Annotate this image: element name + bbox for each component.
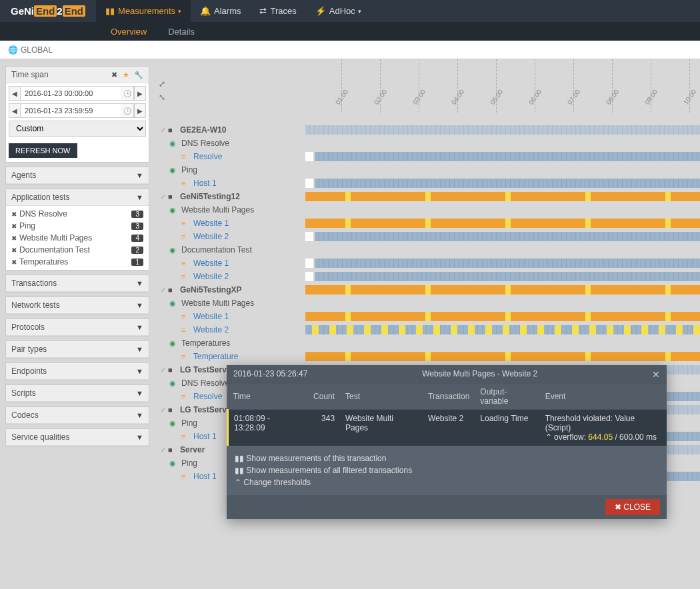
task-label[interactable]: DNS Resolve [179,139,229,148]
filter-pair-types[interactable]: Pair types [11,344,47,354]
leaf-label[interactable]: Temperature [191,352,238,361]
filter-item-label[interactable]: Temperatures [19,257,131,267]
expand-icon[interactable]: ⤢ [159,193,168,200]
leaf-label[interactable]: Resolve [191,392,222,401]
timeline-bar[interactable] [305,312,700,321]
timeline-bar[interactable] [305,259,700,268]
timespan-preset[interactable]: Custom [9,121,146,137]
filter-icon[interactable]: ▼ [136,301,143,309]
expand-icon[interactable]: ⤢ [159,287,168,293]
filter-icon[interactable]: ▼ [136,323,143,331]
filter-icon[interactable]: ▼ [136,345,143,353]
filter-icon[interactable]: ▼ [136,279,143,287]
timeline-bar[interactable] [305,192,700,201]
task-label[interactable]: Ping [179,418,197,428]
remove-filter-icon[interactable]: ✖ [11,247,19,254]
leaf-label[interactable]: Resolve [191,152,222,161]
filter-transactions[interactable]: Transactions [11,279,57,288]
leaf-label[interactable]: Website 1 [191,312,229,321]
pin-icon[interactable]: ✖ [111,71,117,79]
task-label[interactable]: Website Multi Pages [179,205,254,215]
nav-measurements[interactable]: ▮▮Measurements▾ [96,0,191,22]
filter-icon[interactable]: ▼ [136,193,143,201]
remove-filter-icon[interactable]: ✖ [11,211,19,218]
leaf-label[interactable]: Website 1 [191,219,229,228]
link-show-all-filtered[interactable]: ▮▮ Show measurements of all filtered tra… [235,464,659,476]
filter-item-label[interactable]: Website Multi Pages [19,233,131,243]
task-label[interactable]: Temperatures [179,338,230,348]
date-to-input[interactable] [21,103,121,118]
remove-filter-icon[interactable]: ✖ [11,223,19,230]
clock-icon[interactable]: 🕒 [121,103,134,118]
expand-icon[interactable]: ⤢ [159,366,168,373]
task-label[interactable]: Ping [179,458,197,468]
filter-icon[interactable]: ▼ [136,411,143,419]
tab-details[interactable]: Details [157,22,205,41]
timeline-bar[interactable] [305,325,700,334]
leaf-label[interactable]: Host 1 [191,179,217,188]
timeline-bar[interactable] [305,272,700,281]
leaf-label[interactable]: Website 2 [191,325,229,334]
date-from-next[interactable]: ▶ [134,86,146,101]
date-from-input[interactable] [21,86,121,101]
zoom-in-icon[interactable]: ⤡ [159,93,165,102]
filter-agents[interactable]: Agents [11,171,36,180]
filter-network-tests[interactable]: Network tests [11,300,60,310]
star-icon[interactable]: ★ [123,71,129,79]
wrench-icon[interactable]: 🔧 [134,71,143,79]
filter-service-qualities[interactable]: Service qualities [11,432,69,442]
leaf-label[interactable]: Website 1 [191,259,229,268]
timeline-bar[interactable] [305,352,700,361]
expand-icon[interactable]: ⤢ [159,127,168,133]
agent-label[interactable]: Server [177,445,205,454]
filter-application-tests[interactable]: Application tests [11,193,69,202]
link-change-thresholds[interactable]: ⌃ Change thresholds [235,476,659,488]
agent-label[interactable]: GeNi5Testing12 [177,192,240,201]
filter-icon[interactable]: ▼ [136,171,143,179]
agent-label[interactable]: GeNi5TestingXP [177,285,241,294]
timeline-bar[interactable] [305,152,700,161]
task-label[interactable]: DNS Resolve [179,378,229,388]
agent-label[interactable]: GE2EA-W10 [177,125,226,135]
task-label[interactable]: Documentation Test [179,245,252,255]
tab-overview[interactable]: Overview [100,22,157,41]
filter-scripts[interactable]: Scripts [11,388,36,398]
expand-icon[interactable]: ⤢ [159,446,168,453]
leaf-label[interactable]: Website 2 [191,232,229,241]
filter-icon[interactable]: ▼ [136,367,143,375]
leaf-label[interactable]: Website 2 [191,272,229,281]
leaf-label[interactable]: Host 1 [191,472,217,481]
filter-icon[interactable]: ▼ [136,433,143,441]
nav-alarms[interactable]: 🔔Alarms [191,0,250,22]
leaf-label[interactable]: Host 1 [191,432,217,441]
filter-codecs[interactable]: Codecs [11,410,39,420]
clock-icon[interactable]: 🕒 [121,86,134,101]
date-to-prev[interactable]: ◀ [9,103,21,118]
timeline-bar[interactable] [305,219,700,228]
date-to-next[interactable]: ▶ [134,103,146,118]
refresh-button[interactable]: REFRESH NOW [9,143,77,158]
link-show-transaction[interactable]: ▮▮ Show measurements of this transaction [235,452,659,464]
filter-item-label[interactable]: Documentation Test [19,245,131,255]
filter-icon[interactable]: ▼ [136,389,143,397]
timeline-bar[interactable] [305,285,700,294]
expand-icon[interactable]: ⤢ [159,406,168,413]
nav-traces[interactable]: ⇄Traces [250,0,305,22]
date-from-prev[interactable]: ◀ [9,86,21,101]
zoom-out-icon[interactable]: ⤢ [159,79,165,89]
nav-adhoc[interactable]: ⚡AdHoc▾ [306,0,371,22]
timeline-bar[interactable] [305,125,700,135]
remove-filter-icon[interactable]: ✖ [11,259,19,266]
agent-label[interactable]: LG TestServer [177,365,234,374]
filter-item-label[interactable]: Ping [19,221,131,231]
timeline-bar[interactable] [305,179,700,188]
close-button[interactable]: ✖ CLOSE [605,499,660,515]
filter-protocols[interactable]: Protocols [11,322,45,332]
remove-filter-icon[interactable]: ✖ [11,235,19,242]
task-label[interactable]: Website Multi Pages [179,298,254,308]
filter-item-label[interactable]: DNS Resolve [19,209,131,219]
timeline-bar[interactable] [305,232,700,241]
task-label[interactable]: Ping [179,165,197,175]
filter-endpoints[interactable]: Endpoints [11,366,47,376]
popup-close-x[interactable]: ✕ [652,369,660,380]
